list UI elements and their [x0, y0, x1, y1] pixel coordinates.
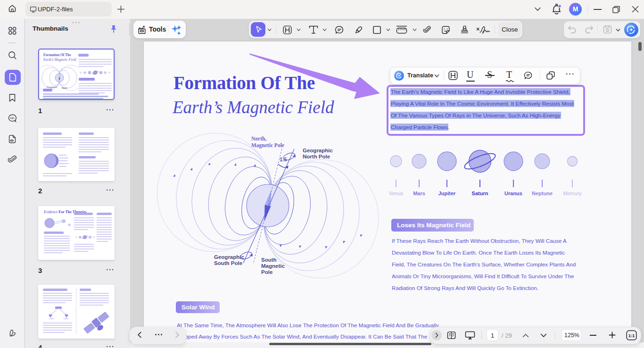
svg-text:South Pole: South Pole	[214, 260, 242, 266]
svg-text:South: South	[261, 257, 277, 263]
svg-text:South: South	[62, 87, 67, 89]
svg-text:North Pole: North Pole	[303, 154, 330, 159]
svg-text:Pole: Pole	[261, 269, 272, 275]
svg-text:Geographic: Geographic	[214, 254, 245, 260]
svg-text:Geographic: Geographic	[303, 148, 333, 153]
svg-text:North,: North,	[251, 136, 266, 141]
svg-text:Magnetic Pole: Magnetic Pole	[251, 142, 284, 149]
svg-text:Magnetic: Magnetic	[261, 263, 285, 269]
svg-text:1:1: 1:1	[628, 333, 635, 338]
svg-text:Geographic: Geographic	[47, 86, 58, 88]
